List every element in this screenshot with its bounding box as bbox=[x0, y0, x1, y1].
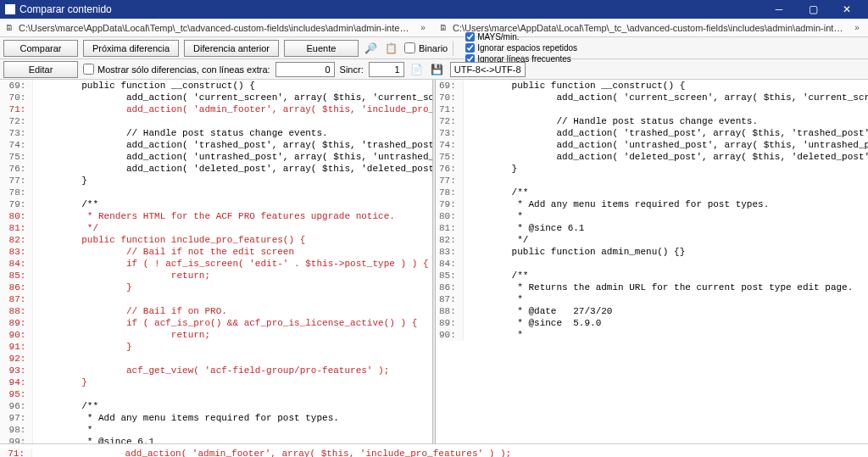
line-number: 89: bbox=[0, 317, 33, 329]
path-arrow-right-icon[interactable]: » bbox=[849, 23, 865, 32]
left-code-pane[interactable]: 69: public function __construct() {70: a… bbox=[0, 80, 432, 443]
code-text: * bbox=[463, 329, 868, 341]
path-arrow-right-icon[interactable]: » bbox=[415, 23, 431, 32]
code-text: /** bbox=[33, 198, 432, 210]
line-number: 89: bbox=[436, 317, 463, 329]
code-text: add_action( 'deleted_post', array( $this… bbox=[33, 163, 432, 175]
line-number: 81: bbox=[436, 222, 463, 234]
line-number: 75: bbox=[436, 151, 463, 163]
close-button[interactable]: ✕ bbox=[831, 0, 863, 19]
code-line: 81: */ bbox=[0, 222, 432, 234]
code-text: add_action( 'admin_footer', array( $this… bbox=[33, 103, 432, 115]
case-checkbox[interactable]: MAYS/min. bbox=[465, 31, 577, 42]
code-line: 92: bbox=[0, 353, 432, 365]
code-text bbox=[33, 115, 432, 127]
right-code-pane[interactable]: 69: public function __construct() {70: a… bbox=[436, 80, 868, 443]
code-line: 72: bbox=[0, 115, 432, 127]
line-number: 73: bbox=[0, 127, 33, 139]
code-line: 69: public function __construct() { bbox=[0, 80, 432, 92]
prev-diff-button[interactable]: Diferencia anterior bbox=[184, 40, 279, 57]
code-text: // Bail if on PRO. bbox=[33, 305, 432, 317]
code-line: 84: if ( ! acf_is_screen( 'edit-' . $thi… bbox=[0, 258, 432, 270]
font-button[interactable]: Euente bbox=[284, 40, 359, 57]
line-number: 85: bbox=[436, 270, 463, 281]
show-only-diffs-checkbox[interactable]: Mostrar sólo diferencias, con líneas ext… bbox=[83, 64, 270, 75]
extra-lines-input[interactable] bbox=[275, 62, 335, 77]
line-number: 87: bbox=[0, 293, 33, 305]
line-number: 86: bbox=[436, 281, 463, 293]
copy-icon[interactable]: 📋 bbox=[384, 41, 399, 56]
code-line: 85: return; bbox=[0, 270, 432, 281]
code-text: } bbox=[33, 341, 432, 353]
page-icon[interactable]: 📄 bbox=[409, 62, 425, 77]
compare-button[interactable]: Comparar bbox=[3, 40, 78, 57]
code-text: public function admin_menu() {} bbox=[463, 246, 868, 258]
line-number: 80: bbox=[0, 210, 33, 222]
code-line: 85: /** bbox=[436, 270, 868, 281]
code-line: 70: add_action( 'current_screen', array(… bbox=[436, 92, 868, 103]
code-line: 74: add_action( 'untrashed_post', array(… bbox=[436, 139, 868, 151]
line-number: 78: bbox=[0, 187, 33, 198]
code-line: 77: } bbox=[0, 175, 432, 187]
binoculars-icon[interactable]: 🔎 bbox=[364, 41, 379, 56]
code-line: 76: add_action( 'deleted_post', array( $… bbox=[0, 163, 432, 175]
case-check-input[interactable] bbox=[465, 32, 475, 42]
line-number: 73: bbox=[436, 127, 463, 139]
code-line: 88: // Bail if on PRO. bbox=[0, 305, 432, 317]
sync-input[interactable] bbox=[369, 62, 404, 77]
code-line: 93: acf_get_view( 'acf-field-group/pro-f… bbox=[0, 365, 432, 376]
code-text: public function __construct() { bbox=[463, 80, 868, 92]
line-number: 71: bbox=[436, 103, 463, 115]
code-line: 96: /** bbox=[0, 400, 432, 412]
line-number: 87: bbox=[436, 293, 463, 305]
line-number: 99: bbox=[0, 436, 33, 443]
code-text bbox=[33, 353, 432, 365]
code-text: } bbox=[33, 281, 432, 293]
show-only-diffs-input[interactable] bbox=[83, 64, 94, 75]
code-text: /** bbox=[463, 187, 868, 198]
next-diff-button[interactable]: Próxima diferencia bbox=[83, 40, 179, 57]
code-text: add_action( 'trashed_post', array( $this… bbox=[463, 127, 868, 139]
line-number: 96: bbox=[0, 400, 33, 412]
code-text: add_action( 'current_screen', array( $th… bbox=[463, 92, 868, 103]
bottom-line-code: add_action( 'admin_footer', array( $this… bbox=[32, 449, 511, 458]
code-line: 91: } bbox=[0, 341, 432, 353]
code-text: add_action( 'current_screen', array( $th… bbox=[33, 92, 432, 103]
code-text: /** bbox=[33, 400, 432, 412]
code-line: 94: } bbox=[0, 376, 432, 388]
line-number: 76: bbox=[0, 163, 33, 175]
line-number: 77: bbox=[0, 175, 33, 187]
line-number: 69: bbox=[0, 80, 33, 92]
code-line: 69: public function __construct() { bbox=[436, 80, 868, 92]
current-diff-bar: 71: add_action( 'admin_footer', array( $… bbox=[0, 443, 868, 457]
code-text: * bbox=[463, 293, 868, 305]
code-line: 79: /** bbox=[0, 198, 432, 210]
code-line: 71: bbox=[436, 103, 868, 115]
maximize-button[interactable]: ▢ bbox=[797, 0, 829, 19]
binary-checkbox[interactable]: Binario bbox=[404, 42, 448, 53]
code-text: if ( acf_is_pro() && acf_pro_is_license_… bbox=[33, 317, 432, 329]
edit-button[interactable]: Editar bbox=[3, 61, 78, 78]
encoding-selector[interactable]: UTF-8<->UTF-8 bbox=[450, 62, 526, 77]
line-number: 75: bbox=[0, 151, 33, 163]
binary-check-input[interactable] bbox=[404, 42, 415, 53]
minimize-button[interactable]: ─ bbox=[763, 0, 795, 19]
code-line: 83: // Bail if not the edit screen bbox=[0, 246, 432, 258]
line-number: 91: bbox=[0, 341, 33, 353]
save-icon[interactable]: 💾 bbox=[430, 62, 445, 77]
code-line: 83: public function admin_menu() {} bbox=[436, 246, 868, 258]
code-text: * @since 6.1 bbox=[463, 222, 868, 234]
code-text bbox=[463, 175, 868, 187]
code-line: 80: * bbox=[436, 210, 868, 222]
code-line: 90: * bbox=[436, 329, 868, 341]
code-line: 81: * @since 6.1 bbox=[436, 222, 868, 234]
code-text: // Handle post status change events. bbox=[33, 127, 432, 139]
ignore-spaces-input[interactable] bbox=[465, 43, 475, 53]
line-number: 81: bbox=[0, 222, 33, 234]
line-number: 78: bbox=[436, 187, 463, 198]
code-text: // Bail if not the edit screen bbox=[33, 246, 432, 258]
code-line: 82: public function include_pro_features… bbox=[0, 234, 432, 246]
ignore-spaces-checkbox[interactable]: Ignorar espacios repetidos bbox=[465, 42, 577, 53]
code-text: * Returns the admin URL for the current … bbox=[463, 281, 868, 293]
code-line: 78: /** bbox=[436, 187, 868, 198]
